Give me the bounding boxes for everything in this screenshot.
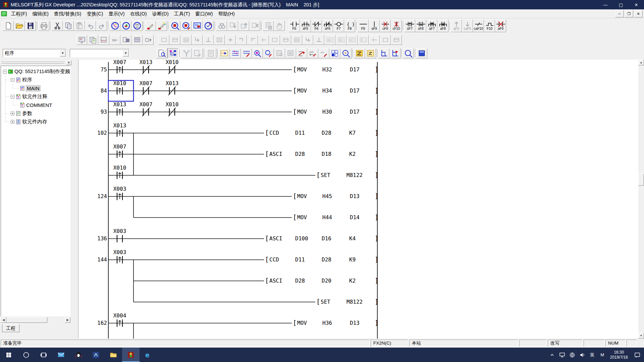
doc-edit-button[interactable] [192, 48, 203, 58]
menu-3[interactable]: 查找/替换(S) [51, 9, 84, 18]
menu-8[interactable]: 工具(T) [171, 9, 193, 18]
undo-button[interactable] [85, 21, 96, 31]
doc-list-button[interactable] [205, 48, 216, 58]
prog-error-button[interactable]: error [98, 35, 109, 45]
ladder-symbol-sF5-button[interactable]: sF5 [300, 19, 311, 32]
scroll-up-icon[interactable]: ▲ [638, 60, 644, 65]
ladder-symbol-sF6-button[interactable]: sF6 [322, 19, 333, 32]
dock-gripper[interactable] [1, 61, 64, 64]
redo-button[interactable] [96, 21, 107, 31]
ladder-rung-row[interactable]: X003136[ASCID100D16K4] [97, 228, 378, 242]
prog-memory-button[interactable] [131, 35, 143, 45]
child-restore-button[interactable]: ❐ [625, 10, 633, 17]
ladder-rung-row[interactable]: [SETM8122] [133, 298, 378, 305]
taskbar-app-qq[interactable] [70, 348, 87, 362]
loop-b-button[interactable] [389, 48, 400, 58]
blue-box-button[interactable] [416, 48, 427, 58]
red-hi-button[interactable]: xxx3 [307, 48, 318, 58]
ladder-symbol-aF9-button[interactable]: aF9 [495, 19, 506, 32]
pen-red-button[interactable] [145, 21, 156, 31]
tree-item-qq552171145[interactable]: −QQ: 552171145制作变频器通讯 [3, 67, 70, 76]
y-branch-button[interactable] [181, 48, 192, 58]
ladder-rung-row[interactable]: X004162[MOVH36D13] [97, 312, 378, 327]
ladder-symbol-aF5-button[interactable]: aF5 [451, 19, 462, 32]
ladder-symbol-F9-button[interactable]: F9 [358, 19, 369, 32]
print-button[interactable] [38, 21, 49, 31]
ladder-rung-row[interactable]: [MOVH44D14] [133, 214, 378, 221]
ladder-rung-row[interactable]: X003144[CCDD11D28K9] [97, 249, 378, 263]
prog-io-button[interactable] [143, 35, 154, 45]
ladder-rung-row[interactable]: [ASCID28D20K2] [133, 277, 378, 284]
tree-item-node[interactable]: +软元件内存 [11, 118, 47, 126]
chevron-down-icon[interactable]: ▼ [123, 50, 129, 57]
taskbar-app-edge[interactable]: e [140, 348, 157, 362]
menu-5[interactable]: 显示(V) [106, 9, 127, 18]
tree-item-node[interactable]: +参数 [11, 109, 32, 118]
chevron-down-icon[interactable]: ▼ [60, 50, 66, 57]
tree-item-node[interactable]: −程序 [11, 76, 32, 84]
ladder-symbol-aF7-button[interactable]: aF7 [426, 19, 437, 32]
ladder-rung-row[interactable]: X013102[CCDD11D28K7] [97, 122, 378, 137]
search-down-button[interactable] [227, 21, 238, 31]
scroll-left-icon[interactable]: ◀ [1, 317, 6, 323]
ladder-rung-row[interactable]: X013X007X01093[MOVH30D17] [101, 101, 379, 116]
expand-icon[interactable]: + [11, 112, 14, 115]
ladder-rung-row[interactable]: X003124[MOVH45D13] [97, 186, 378, 200]
red-z-button[interactable]: xxxxxxxx [296, 48, 307, 58]
expand-icon[interactable]: + [11, 120, 14, 124]
tray-ime-mode[interactable]: M [597, 348, 607, 362]
tree-item-comment[interactable]: COMMENT [20, 101, 52, 109]
taskbar-app-folder[interactable] [105, 348, 122, 362]
loop-a-button[interactable] [378, 48, 389, 58]
zoom-pen2-button[interactable] [263, 48, 274, 58]
ladder-symbol-F5-button[interactable]: F5 [289, 19, 300, 32]
binoculars-button[interactable] [216, 21, 227, 31]
taskbar-clock[interactable]: 16:30 2019/7/16 [607, 350, 631, 360]
search-up-button[interactable] [238, 21, 249, 31]
copy-button[interactable] [63, 21, 74, 31]
doc-find-button[interactable] [156, 48, 167, 58]
ladder-canvas[interactable]: X007X013X01075[MOVH32D17]X010X007X01384[… [78, 60, 638, 339]
ladder-symbol-F6-button[interactable]: F6 [311, 19, 322, 32]
ld-convert-button[interactable]: LD [219, 48, 230, 58]
ladder-symbol-cF9-button[interactable]: cF9 [380, 19, 391, 32]
menu-1[interactable]: 工程(F) [8, 9, 30, 18]
ladder-symbol-sF7-button[interactable]: sF7 [404, 19, 415, 32]
menu-6[interactable]: 在线(O) [127, 9, 150, 18]
hand-button[interactable] [274, 21, 285, 31]
find-circle-button[interactable] [109, 21, 120, 31]
ladder-symbol-caF5-button[interactable]: caF5 [462, 19, 473, 32]
tree-item-node[interactable]: −软元件注释 [11, 93, 47, 101]
cut-button[interactable] [52, 21, 63, 31]
cortana-button[interactable] [17, 348, 35, 362]
tray-ime-language[interactable]: 英 [587, 348, 597, 362]
tree-view-button[interactable] [167, 48, 178, 58]
zoom-find2-button[interactable] [252, 48, 263, 58]
doc-save-button[interactable] [263, 21, 274, 31]
collapse-icon[interactable]: − [11, 95, 14, 99]
titlebar[interactable]: MELSOFT系列 GX Developer ...202\Desktop\QQ… [0, 0, 644, 9]
minimize-button[interactable]: ― [598, 0, 613, 9]
start-button[interactable] [0, 348, 17, 362]
menu-10[interactable]: 帮助(H) [216, 9, 237, 18]
yellow-z1-button[interactable] [354, 48, 365, 58]
task-view-button[interactable] [35, 348, 52, 362]
pen-color-button[interactable] [156, 21, 167, 31]
menu-9[interactable]: 窗口(W) [193, 9, 215, 18]
paste-button[interactable] [74, 21, 85, 31]
red-cmp-button[interactable]: -<> [318, 48, 329, 58]
data-name-combo[interactable]: ▼ [70, 49, 129, 57]
zoom-blue-button[interactable] [403, 48, 414, 58]
ladder-vertical-scrollbar[interactable]: ▲ ▼ [638, 60, 644, 339]
zoom-check-button[interactable] [203, 21, 214, 31]
ladder-symbol-F7-button[interactable]: F7 [333, 19, 344, 32]
prog-s9-button[interactable]: S9+ [109, 35, 120, 45]
ladder-rung-row[interactable]: X010[SETM8122] [108, 165, 378, 179]
child-close-button[interactable]: ✕ [634, 10, 643, 17]
grey-a-button[interactable] [274, 48, 285, 58]
ladder-rung-row[interactable]: X007X013X01075[MOVH32D17] [101, 60, 379, 74]
menu-7[interactable]: 诊断(D) [150, 9, 171, 18]
taskbar-app-gx[interactable] [122, 348, 140, 362]
zoom-red-button[interactable] [169, 21, 180, 31]
find-device-button[interactable] [120, 21, 131, 31]
